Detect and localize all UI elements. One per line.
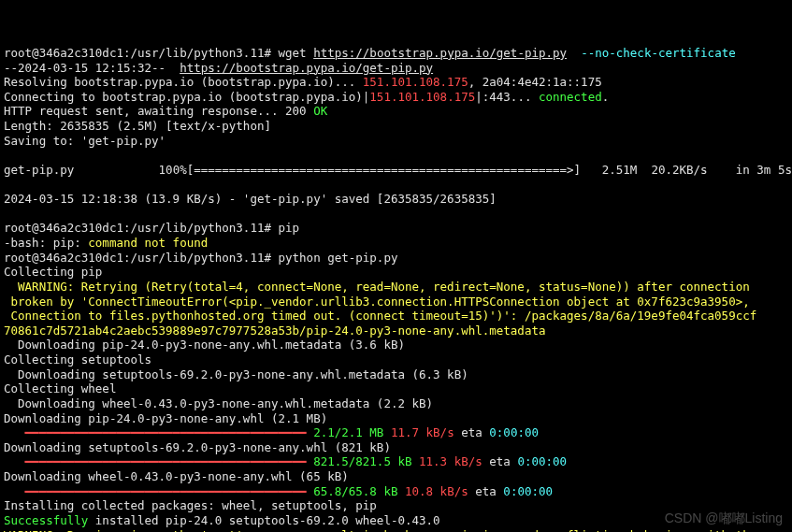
dl-wheel: Downloading wheel-0.43.0-py3-none-any.wh… [4,469,349,483]
dl-setup: Downloading setuptools-69.2.0-py3-none-a… [4,440,391,454]
setup-size: 821.5/821.5 kB [313,454,411,468]
progress-size: 2.51M [602,163,638,177]
dl-pip-meta: Downloading pip-24.0-py3-none-any.whl.me… [4,338,405,352]
wheel-speed: 10.8 kB/s [405,484,468,498]
pip-eta: 0:00:00 [489,425,539,439]
saving-text: Saving to: 'get-pip.py' [4,134,166,148]
dl-wheel-meta: Downloading wheel-0.43.0-py3-none-any.wh… [4,396,433,410]
wget-flag: --no-check-certificate [581,46,736,60]
wget-url-echo: https://bootstrap.pypa.io/get-pip.py [180,61,433,75]
cmd-pip: pip [279,221,300,235]
success-text: installed pip-24.0 setuptools-69.2.0 whe… [88,513,439,527]
warn-line-2: broken by 'ConnectTimeoutError(<pip._ven… [4,295,750,309]
wheel-eta-lbl: eta [475,484,497,498]
ip-resolved: 151.101.108.175 [363,75,468,89]
cmd-python: python get-pip.py [279,251,398,265]
collect-pip: Collecting pip [4,265,102,279]
pip-bar: ━━━━━━━━━━━━━━━━━━━━━━━━━━━━━━━━━━━━━━━━ [4,425,307,439]
progress-name: get-pip.py [4,163,74,177]
progress-eta: in 3m 5s [736,163,792,177]
progress-pct: 100% [159,163,187,177]
install-text: Installing collected packages: wheel, se… [4,498,377,512]
resolve-text-2: , 2a04:4e42:1a::175 [468,75,602,89]
http-text: HTTP request sent, awaiting response... … [4,104,313,118]
setup-eta-lbl: eta [489,454,511,468]
dl-setup-meta: Downloading setuptools-69.2.0-py3-none-a… [4,367,468,381]
wheel-size: 65.8/65.8 kB [313,484,397,498]
connect-text: Connecting to bootstrap.pypa.io (bootstr… [4,90,369,104]
setup-bar: ━━━━━━━━━━━━━━━━━━━━━━━━━━━━━━━━━━━━━━━━ [4,454,307,468]
terminal-output[interactable]: root@346a2c310dc1:/usr/lib/python3.11# w… [4,46,788,532]
length-text: Length: 2635835 (2.5M) [text/x-python] [4,119,271,133]
connected-status: connected [539,90,602,104]
pip-speed: 11.7 kB/s [391,425,454,439]
ip-connect: 151.101.108.175 [369,90,475,104]
ts-end: 2024-03-15 12:18:38 (13.9 KB/s) - 'get-p… [4,192,497,206]
dl-pip: Downloading pip-24.0-py3-none-any.whl (2… [4,411,327,425]
wheel-eta: 0:00:00 [503,484,553,498]
success-label: Successfully [4,513,88,527]
progress-speed: 20.2KB/s [651,163,707,177]
root-warn-1: WARNING: Running pip as the 'root' user … [4,528,750,533]
setup-eta: 0:00:00 [517,454,567,468]
warn-line-4: 70861c7d5721ab4c2aebc539889e97c7977528a5… [4,324,545,338]
wget-url: https://bootstrap.pypa.io/get-pip.py [313,46,567,60]
bash-err-a: -bash: pip: [4,236,88,250]
prompt-2: root@346a2c310dc1:/usr/lib/python3.11# [4,221,271,235]
wheel-bar: ━━━━━━━━━━━━━━━━━━━━━━━━━━━━━━━━━━━━━━━━ [4,484,307,498]
connect-text-2: |:443... [475,90,539,104]
ts-start: --2024-03-15 12:15:32-- [4,61,180,75]
bash-err-b: command not found [88,236,208,250]
collect-setuptools: Collecting setuptools [4,352,151,367]
cmd-wget: wget [279,46,307,60]
collect-wheel: Collecting wheel [4,381,116,395]
progress-bar: [=======================================… [187,163,581,177]
pip-size: 2.1/2.1 MB [313,425,383,439]
resolve-text: Resolving bootstrap.pypa.io (bootstrap.p… [4,75,363,89]
warn-line-3: Connection to files.pythonhosted.org tim… [4,309,756,323]
warn-line-1: WARNING: Retrying (Retry(total=4, connec… [4,280,750,294]
setup-speed: 11.3 kB/s [419,454,482,468]
prompt-3: root@346a2c310dc1:/usr/lib/python3.11# [4,251,271,265]
http-ok: OK [313,104,327,118]
dot: . [602,90,610,104]
pip-eta-lbl: eta [461,425,482,439]
prompt: root@346a2c310dc1:/usr/lib/python3.11# [4,46,271,60]
